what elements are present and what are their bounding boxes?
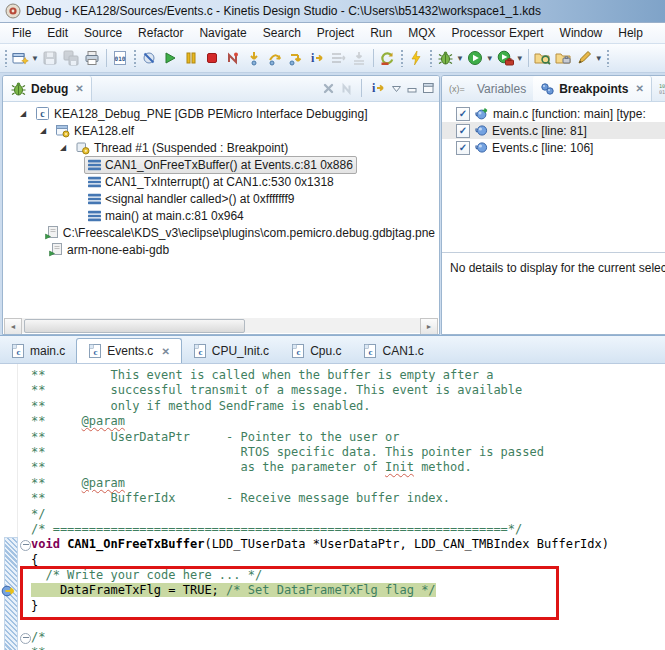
code-line[interactable]: void CAN1_OnFreeTxBuffer(LDD_TUserData *… [31, 537, 665, 552]
code-line[interactable]: /* =====================================… [31, 522, 665, 537]
step-over-button[interactable] [265, 47, 286, 69]
menu-processor-expert[interactable]: Processor Expert [444, 24, 552, 42]
code-editor[interactable]: ** This event is called when the buffer … [0, 364, 665, 650]
close-icon[interactable]: ✕ [161, 346, 169, 357]
code-line[interactable]: ** successful transmit of a message. Thi… [31, 383, 665, 398]
mark-occurrences-button-dropdown-icon[interactable]: ▼ [595, 54, 603, 63]
open-resource-button[interactable] [553, 47, 574, 69]
terminate-button[interactable] [202, 47, 223, 69]
fold-collapse-icon[interactable] [20, 633, 31, 644]
debug-tree-row[interactable]: arm-none-eabi-gdb [3, 241, 439, 258]
code-line[interactable]: /* [31, 630, 665, 645]
debug-tree-row[interactable]: ◢KEA128.elf [3, 122, 439, 139]
menu-help[interactable]: Help [610, 24, 651, 42]
menu-window[interactable]: Window [552, 24, 611, 42]
menu-file[interactable]: File [4, 24, 39, 42]
refresh-button[interactable] [377, 47, 398, 69]
menu-source[interactable]: Source [76, 24, 130, 42]
skip-all-breakpoints-button[interactable] [139, 47, 160, 69]
editor-tab-can1-c[interactable]: cCAN1.c [352, 339, 434, 363]
editor-tab-main-c[interactable]: cmain.c [0, 339, 76, 363]
instruction-stepping-button[interactable]: i [307, 47, 328, 69]
code-line[interactable]: ** RTOS specific data. This pointer is p… [31, 445, 665, 460]
code-line[interactable]: ** BufferIdx - Receive message buffer in… [31, 491, 665, 506]
code-line[interactable]: ** =====================================… [31, 645, 665, 650]
debug-tree-row[interactable]: ◢cKEA128_Debug_PNE [GDB PEMicro Interfac… [3, 105, 439, 122]
external-tools-button-dropdown-icon[interactable]: ▼ [516, 54, 524, 63]
external-tools-button[interactable] [495, 47, 516, 69]
debug-tree-row[interactable]: ◢Thread #1 (Suspended : Breakpoint) [3, 139, 439, 156]
menu-run[interactable]: Run [362, 24, 400, 42]
step-into-button[interactable] [244, 47, 265, 69]
toolbar-drag-handle[interactable] [133, 49, 137, 67]
scroll-right-icon[interactable]: ► [420, 318, 438, 335]
debug-tree-row[interactable]: CAN1_OnFreeTxBuffer() at Events.c:81 0x8… [3, 156, 439, 173]
editor-tab-cpu_init-c[interactable]: cCPU_Init.c [182, 339, 280, 363]
menu-navigate[interactable]: Navigate [191, 24, 254, 42]
instruction-stepping-icon[interactable]: i [370, 80, 386, 96]
tree-expander-icon[interactable]: ◢ [15, 109, 31, 118]
open-element-button[interactable] [532, 47, 553, 69]
debug-tree-row[interactable]: main() at main.c:81 0x964 [3, 207, 439, 224]
code-line[interactable]: ** @param [31, 414, 665, 429]
tab-debug[interactable]: Debug ✕ [3, 76, 92, 101]
debug-button-dropdown-icon[interactable]: ▼ [456, 54, 464, 63]
tree-expander-icon[interactable]: ◢ [35, 126, 51, 135]
close-icon[interactable]: ✕ [75, 83, 83, 94]
new-button-dropdown-icon[interactable]: ▼ [31, 54, 39, 63]
run-button-dropdown-icon[interactable]: ▼ [486, 54, 494, 63]
fold-collapse-icon[interactable] [20, 540, 31, 551]
tree-expander-icon[interactable]: ◢ [55, 143, 71, 152]
editor-tab-events-c[interactable]: cEvents.c✕ [76, 338, 181, 363]
scroll-left-icon[interactable]: ◄ [4, 318, 22, 335]
tab-breakpoints[interactable]: Breakpoints✕ [533, 76, 652, 101]
breakpoint-checkbox[interactable] [456, 124, 470, 138]
scrollbar-thumb[interactable] [24, 319, 245, 333]
toolbar-drag-handle[interactable] [4, 49, 8, 67]
binary-file-button[interactable]: 010 [110, 47, 131, 69]
view-menu-icon[interactable] [391, 84, 402, 93]
editor-tab-cpu-c[interactable]: cCpu.c [280, 339, 352, 363]
debug-tree-row[interactable]: C:\Freescale\KDS_v3\eclipse\plugins\com.… [3, 224, 439, 241]
code-line[interactable]: ** as the parameter of Init method. [31, 460, 665, 475]
code-line[interactable]: */ [31, 507, 665, 522]
code-line[interactable]: ** @param [31, 476, 665, 491]
debug-tree-row[interactable]: <signal handler called>() at 0xfffffff9 [3, 190, 439, 207]
debug-button[interactable] [435, 47, 456, 69]
debug-tree-row[interactable]: CAN1_TxInterrupt() at CAN1.c:530 0x1318 [3, 173, 439, 190]
maximize-icon[interactable] [423, 83, 434, 93]
code-line[interactable]: ** only if method SendFrame is enabled. [31, 399, 665, 414]
breakpoint-checkbox[interactable] [456, 141, 470, 155]
scrollbar-track[interactable] [22, 318, 420, 333]
toolbar-drag-handle[interactable] [429, 49, 433, 67]
close-icon[interactable]: ✕ [636, 83, 644, 94]
run-button[interactable] [465, 47, 486, 69]
toolbar-drag-handle[interactable] [606, 49, 610, 67]
code-line[interactable]: ** UserDataPtr - Pointer to the user or [31, 430, 665, 445]
disconnect-gray-icon[interactable] [340, 82, 353, 95]
breakpoint-row[interactable]: Events.c [line: 106] [442, 139, 665, 156]
code-line[interactable]: ** This event is called when the buffer … [31, 368, 665, 383]
mark-occurrences-button[interactable] [574, 47, 595, 69]
tab-variables[interactable]: (x)=Variables [442, 76, 533, 101]
generate-code-button[interactable] [406, 47, 427, 69]
disconnect-button[interactable] [223, 47, 244, 69]
menu-mqx[interactable]: MQX [400, 24, 443, 42]
horizontal-scrollbar[interactable]: ◄ ► [4, 318, 438, 333]
print-button[interactable] [82, 47, 103, 69]
menu-project[interactable]: Project [309, 24, 362, 42]
toolbar-drag-handle[interactable] [400, 49, 404, 67]
breakpoint-instruction-pointer-icon[interactable] [1, 584, 16, 598]
step-return-button[interactable] [286, 47, 307, 69]
menu-refactor[interactable]: Refactor [130, 24, 191, 42]
menu-search[interactable]: Search [255, 24, 309, 42]
tab-r[interactable]: 10100101R [652, 76, 665, 101]
breakpoint-row[interactable]: main.c [function: main] [type: [442, 105, 665, 122]
new-button[interactable] [10, 47, 31, 69]
breakpoint-checkbox[interactable] [456, 107, 470, 121]
menu-edit[interactable]: Edit [39, 24, 76, 42]
breakpoint-row[interactable]: Events.c [line: 81] [442, 122, 665, 139]
suspend-button[interactable] [181, 47, 202, 69]
resume-button[interactable] [160, 47, 181, 69]
remove-terminated-icon[interactable] [322, 82, 335, 95]
